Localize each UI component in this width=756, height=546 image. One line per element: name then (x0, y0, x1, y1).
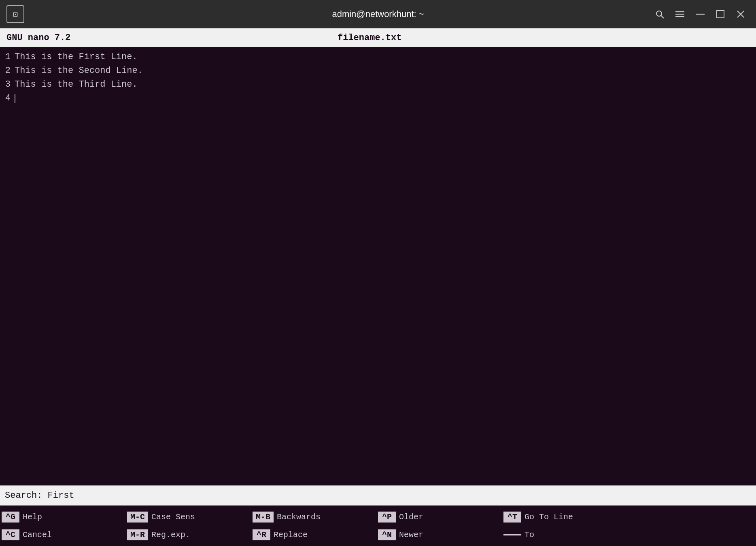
menu-button[interactable] (671, 5, 689, 23)
shortcut-key-older: ^P (378, 512, 396, 523)
line-content-4 (15, 92, 15, 105)
editor-line-4: 4 (0, 92, 756, 105)
search-button[interactable] (651, 5, 669, 23)
line-number-2: 2 (0, 64, 15, 78)
shortcut-help[interactable]: ^G Help (0, 508, 125, 526)
line-content-2: This is the Second Line. (15, 64, 143, 78)
editor-line-1: 1 This is the First Line. (0, 50, 756, 64)
line-number-4: 4 (0, 92, 15, 105)
svg-point-0 (656, 11, 662, 16)
shortcut-key-go-to-line: ^T (503, 512, 521, 523)
shortcut-label-newer: Newer (399, 530, 423, 540)
shortcut-label-regexp: Reg.exp. (151, 530, 190, 540)
shortcut-key-newer: ^N (378, 529, 396, 540)
shortcut-label-older: Older (399, 512, 423, 522)
search-label: Search: First (5, 491, 74, 501)
shortcut-row-1: ^G Help M-C Case Sens M-B Backwards ^P O… (0, 508, 756, 526)
shortcut-older[interactable]: ^P Older (376, 508, 502, 526)
svg-rect-6 (717, 11, 724, 18)
shortcut-case-sens[interactable]: M-C Case Sens (125, 508, 251, 526)
line-number-1: 1 (0, 50, 15, 64)
shortcut-replace[interactable]: ^R Replace (251, 526, 376, 544)
shortcut-key-help: ^G (2, 512, 19, 523)
editor-area[interactable]: 1 This is the First Line. 2 This is the … (0, 47, 756, 485)
title-bar: ⊡ admin@networkhunt: ~ (0, 0, 756, 28)
shortcut-backwards[interactable]: M-B Backwards (251, 508, 376, 526)
nano-header: GNU nano 7.2 filename.txt (0, 28, 756, 47)
shortcut-go-to-line[interactable]: ^T Go To Line (502, 508, 627, 526)
editor-line-3: 3 This is the Third Line. (0, 78, 756, 92)
shortcut-label-to: To (525, 530, 534, 540)
line-content-1: This is the First Line. (15, 50, 138, 64)
shortcut-key-backwards: M-B (253, 512, 274, 523)
title-bar-left: ⊡ (6, 5, 24, 23)
window-title: admin@networkhunt: ~ (332, 9, 424, 19)
shortcut-label-help: Help (23, 512, 42, 522)
shortcut-key-cancel: ^C (2, 529, 19, 540)
shortcut-key-regexp: M-R (127, 529, 148, 540)
shortcut-key-to (503, 534, 521, 535)
window-controls (651, 5, 750, 23)
shortcut-label-go-to-line: Go To Line (525, 512, 573, 522)
search-bar[interactable]: Search: First (0, 485, 756, 505)
shortcut-to[interactable]: To (502, 526, 627, 544)
shortcut-regexp[interactable]: M-R Reg.exp. (125, 526, 251, 544)
shortcut-key-replace: ^R (253, 529, 270, 540)
shortcut-newer[interactable]: ^N Newer (376, 526, 502, 544)
shortcut-key-case-sens: M-C (127, 512, 148, 523)
shortcut-label-backwards: Backwards (277, 512, 321, 522)
nano-filename: filename.txt (338, 33, 401, 43)
shortcut-row-2: ^C Cancel M-R Reg.exp. ^R Replace ^N New… (0, 526, 756, 544)
editor-line-2: 2 This is the Second Line. (0, 64, 756, 78)
shortcut-bar: ^G Help M-C Case Sens M-B Backwards ^P O… (0, 505, 756, 546)
shortcut-cancel[interactable]: ^C Cancel (0, 526, 125, 544)
line-content-3: This is the Third Line. (15, 78, 138, 92)
shortcut-label-cancel: Cancel (23, 530, 52, 540)
shortcut-label-case-sens: Case Sens (151, 512, 195, 522)
nano-version: GNU nano 7.2 (6, 33, 70, 43)
svg-line-1 (661, 16, 664, 19)
shortcut-label-replace: Replace (274, 530, 308, 540)
maximize-button[interactable] (711, 5, 729, 23)
line-number-3: 3 (0, 78, 15, 92)
terminal-icon: ⊡ (6, 5, 24, 23)
minimize-button[interactable] (691, 5, 709, 23)
close-button[interactable] (732, 5, 750, 23)
